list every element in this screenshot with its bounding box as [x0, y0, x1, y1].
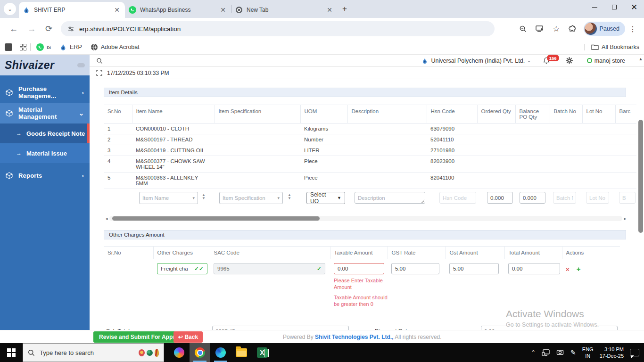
- sidebar-item-reports[interactable]: Reports ›: [0, 165, 90, 186]
- sac-code-field[interactable]: 9965 ✓: [214, 263, 325, 274]
- cast-icon[interactable]: [556, 349, 564, 356]
- all-bookmarks-button[interactable]: All Bookmarks: [584, 44, 639, 50]
- taskbar-search-box[interactable]: Type here to search: [23, 343, 164, 362]
- uom-select[interactable]: Select UO ▼: [306, 192, 345, 204]
- tab-new-tab[interactable]: New Tab ✕: [231, 2, 338, 18]
- tray-expand-icon[interactable]: ⌃: [531, 349, 536, 356]
- scrollbar-track[interactable]: [109, 216, 622, 221]
- reload-icon[interactable]: ⟳: [41, 24, 57, 34]
- tab-search-button[interactable]: ⌄: [4, 3, 16, 15]
- window-maximize-button[interactable]: [604, 0, 624, 14]
- horizontal-scrollbar[interactable]: ◂ ▸: [104, 215, 628, 222]
- cell-uom: Piece: [300, 156, 347, 173]
- language-indicator[interactable]: ENG IN: [582, 346, 594, 360]
- check-icon: ✓: [317, 265, 322, 272]
- chevron-down-icon: ▾: [277, 196, 280, 200]
- extensions-puzzle-icon[interactable]: [564, 25, 581, 33]
- sidebar-item-goods-receipt-note[interactable]: → Goods Receipt Note: [0, 123, 90, 143]
- window-close-button[interactable]: ✕: [624, 0, 644, 14]
- scroll-right-icon[interactable]: ▸: [622, 216, 628, 221]
- cell-srno: 2: [104, 134, 132, 145]
- total-amount-field[interactable]: 0.00: [508, 263, 560, 274]
- chevron-down-icon: ▾: [192, 196, 195, 200]
- install-app-icon[interactable]: [531, 25, 548, 33]
- batch-no-input[interactable]: [553, 192, 576, 204]
- table-row: 3 M&S000419 - CUTTING OIL LITER 27101980: [104, 145, 636, 156]
- remove-row-icon[interactable]: ×: [566, 266, 570, 273]
- taskbar-edge-icon[interactable]: [210, 343, 231, 362]
- add-row-icon[interactable]: +: [577, 265, 581, 273]
- bookmark-star-icon[interactable]: ☆: [548, 24, 564, 34]
- folder-icon: [591, 44, 599, 50]
- pinned-app-icon[interactable]: [5, 43, 12, 51]
- window-minimize-button[interactable]: [585, 0, 604, 14]
- sidebar-item-material-issue[interactable]: → Material Issue: [0, 143, 90, 163]
- zoom-icon[interactable]: [515, 25, 531, 33]
- taskbar-file-explorer-icon[interactable]: [231, 343, 252, 362]
- search-icon[interactable]: [96, 58, 103, 64]
- resize-handle[interactable]: [421, 199, 424, 203]
- address-bar[interactable]: erp.shivit.in/POLYCHEM/application: [61, 21, 495, 36]
- cell-gst-amount: 5.00: [446, 259, 504, 310]
- item-spec-select[interactable]: Item Specification ▾: [219, 192, 283, 204]
- sidebar-collapse-toggle[interactable]: [77, 63, 85, 67]
- new-tab-button[interactable]: +: [338, 4, 352, 14]
- item-spec-spinner[interactable]: ▲▼: [288, 193, 291, 200]
- vertical-scrollbar[interactable]: ▲: [637, 57, 644, 328]
- cube-icon: [6, 110, 13, 117]
- settings-gear-icon[interactable]: [566, 57, 573, 64]
- lot-no-input[interactable]: [586, 192, 609, 204]
- tab-close-icon[interactable]: ✕: [325, 6, 334, 14]
- scroll-left-icon[interactable]: ◂: [104, 216, 109, 221]
- sidebar-logo-strip: Shivaizer: [0, 55, 90, 75]
- shivit-link[interactable]: Shivit Technologies Pvt. Ltd.,: [315, 334, 393, 340]
- bookmark-whatsapp[interactable]: is: [36, 43, 51, 51]
- pen-icon[interactable]: ✎: [570, 349, 576, 356]
- item-name-spinner[interactable]: ▲▼: [202, 193, 206, 200]
- scrollbar-thumb[interactable]: [112, 216, 320, 221]
- notifications-button[interactable]: 156: [543, 57, 550, 64]
- description-input[interactable]: [355, 192, 425, 204]
- item-name-select[interactable]: Item Name ▾: [139, 192, 198, 204]
- bookmark-erp[interactable]: ERP: [59, 43, 82, 51]
- balance-qty-input[interactable]: [520, 192, 545, 204]
- hsn-code-input[interactable]: [439, 192, 476, 204]
- language-code: ENG: [582, 346, 594, 353]
- scrollbar-thumb[interactable]: [638, 120, 643, 233]
- apps-grid-icon[interactable]: [20, 44, 26, 50]
- scroll-up-icon[interactable]: ▲: [637, 57, 644, 61]
- cell-balance-qty: [515, 134, 550, 145]
- fullscreen-icon[interactable]: [96, 70, 102, 76]
- company-selector[interactable]: Universal Polychem (India) Pvt. Ltd. ⌄: [421, 58, 530, 64]
- tab-whatsapp-business[interactable]: WhatsApp Business ✕: [125, 2, 231, 18]
- back-icon[interactable]: ←: [5, 24, 23, 34]
- table-header-row: Sr.No Item Name Item Specification UOM D…: [104, 105, 636, 123]
- tab-close-icon[interactable]: ✕: [113, 6, 121, 14]
- network-display-icon[interactable]: [542, 349, 550, 356]
- start-button[interactable]: [0, 343, 23, 362]
- ordered-qty-input[interactable]: [487, 192, 513, 204]
- taskbar-excel-icon[interactable]: X: [252, 343, 272, 362]
- site-settings-icon[interactable]: [67, 25, 74, 33]
- profile-button[interactable]: Paused: [584, 22, 625, 36]
- back-button[interactable]: ↩ Back: [173, 331, 203, 343]
- store-selector[interactable]: manoj store: [587, 58, 625, 64]
- sidebar-item-purchase-management[interactable]: Purchase Manageme... ›: [0, 82, 90, 103]
- shivit-flame-icon: [421, 58, 428, 64]
- action-center-icon[interactable]: [630, 349, 639, 356]
- taxable-amount-field[interactable]: 0.00: [334, 263, 384, 274]
- browser-tabstrip: ⌄ SHIVIT ERP ✕ WhatsApp Business ✕ New T…: [0, 0, 644, 18]
- sidebar-item-material-management[interactable]: Material Management ⌄: [0, 103, 90, 123]
- tab-close-icon[interactable]: ✕: [219, 6, 227, 14]
- tab-shivit-erp[interactable]: SHIVIT ERP ✕: [19, 2, 125, 18]
- bookmark-adobe-acrobat[interactable]: Adobe Acrobat: [91, 43, 140, 51]
- gst-rate-field[interactable]: 5.00: [391, 263, 439, 274]
- barcode-input[interactable]: [619, 192, 636, 204]
- taskbar-clock[interactable]: 3:10 PM 17-Dec-25: [600, 346, 624, 360]
- gst-amount-field[interactable]: 5.00: [449, 263, 499, 274]
- taskbar-copilot-icon[interactable]: [169, 343, 190, 362]
- other-charge-type-field[interactable]: Freight cha ✓✓: [157, 263, 207, 274]
- taskbar-chrome-icon[interactable]: [190, 343, 210, 362]
- forward-icon[interactable]: →: [23, 24, 41, 34]
- browser-menu-icon[interactable]: ⋮: [625, 25, 639, 33]
